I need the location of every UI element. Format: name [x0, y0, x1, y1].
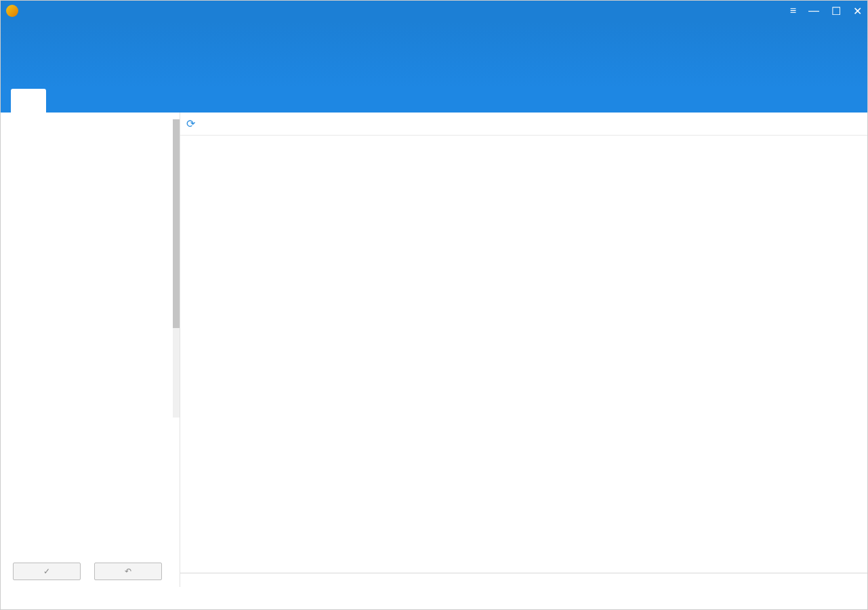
app-logo-icon: [6, 5, 18, 17]
minimize-icon[interactable]: —: [808, 5, 819, 18]
sidebar-scrollbar[interactable]: [173, 119, 180, 418]
main-toolbar: [1, 21, 867, 89]
title-bar: ≡ — ☐ ✕: [1, 1, 867, 21]
table-header: ⟳: [180, 113, 867, 136]
undo-button[interactable]: ↶: [94, 563, 162, 580]
tab-partition-management[interactable]: [11, 89, 46, 113]
sidebar: ✓ ↶: [1, 113, 180, 587]
tab-row: [1, 89, 867, 113]
apply-button[interactable]: ✓: [13, 563, 81, 580]
disk-map-area: [180, 573, 867, 587]
close-icon[interactable]: ✕: [853, 5, 862, 18]
main-panel: ⟳: [180, 113, 867, 587]
menu-icon[interactable]: ≡: [790, 5, 796, 18]
refresh-icon[interactable]: ⟳: [186, 117, 195, 130]
maximize-icon[interactable]: ☐: [831, 5, 841, 18]
